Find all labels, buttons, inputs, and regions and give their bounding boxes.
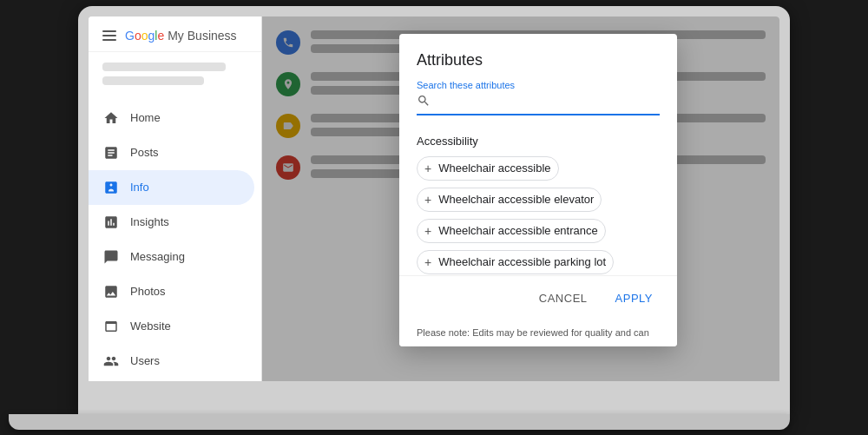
sidebar-item-posts[interactable]: Posts [89, 135, 254, 170]
sidebar-item-insights[interactable]: Insights [89, 205, 254, 240]
modal-title: Attributes [417, 51, 660, 69]
messaging-icon [102, 248, 120, 266]
modal-overlay: Attributes Search these attributes [262, 16, 779, 381]
search-input[interactable] [436, 95, 660, 109]
sidebar-item-messaging[interactable]: Messaging [89, 240, 254, 274]
search-field [417, 94, 660, 115]
attribute-wheelchair-elevator[interactable]: + Wheelchair accessible elevator [417, 188, 602, 212]
business-detail-placeholder [102, 76, 204, 85]
main-content: Attributes Search these attributes [262, 16, 779, 381]
laptop-bottom [9, 414, 790, 430]
insights-icon [102, 214, 120, 231]
sidebar-item-users[interactable]: Users [89, 344, 254, 379]
attribute-wheelchair-accessible[interactable]: + Wheelchair accessible [417, 156, 559, 181]
business-name-placeholder [102, 63, 226, 71]
modal-scrollable-content[interactable]: Accessibility + Wheelchair accessible + … [399, 122, 677, 275]
sidebar-item-home[interactable]: Home [89, 101, 254, 135]
cancel-button[interactable]: CANCEL [532, 287, 595, 310]
attribute-wheelchair-entrance[interactable]: + Wheelchair accessible entrance [417, 219, 606, 243]
google-logo: Google My Business [125, 29, 237, 43]
app-layout: Google My Business Home [89, 16, 779, 381]
sidebar-item-photos[interactable]: Photos [89, 274, 254, 309]
sidebar-header: Google My Business [89, 16, 261, 52]
laptop-frame: Google My Business Home [78, 6, 790, 414]
sidebar-item-website[interactable]: Website [89, 309, 254, 344]
users-icon [102, 353, 120, 370]
sidebar-item-create-ad[interactable]: Create an ad [89, 379, 254, 381]
laptop-screen: Google My Business Home [89, 16, 779, 381]
website-icon [102, 318, 120, 335]
apply-button[interactable]: APPLY [608, 287, 660, 310]
add-icon: + [424, 224, 431, 238]
photos-icon [102, 283, 120, 300]
add-icon: + [424, 193, 431, 207]
modal-footer: CANCEL APPLY [399, 275, 677, 320]
accessibility-section-title: Accessibility [417, 135, 660, 148]
add-icon: + [424, 161, 431, 175]
add-icon: + [424, 255, 431, 269]
attribute-wheelchair-parking[interactable]: + Wheelchair accessible parking lot [417, 250, 614, 274]
posts-icon [102, 144, 120, 161]
sidebar-navigation: Home Posts Info [89, 101, 261, 381]
search-icon [417, 94, 431, 110]
hamburger-menu-icon[interactable] [102, 30, 116, 41]
home-icon [102, 109, 120, 127]
attributes-modal: Attributes Search these attributes [399, 34, 677, 346]
sidebar-item-info[interactable]: Info [89, 170, 254, 205]
sidebar-business-info [89, 52, 261, 101]
search-label: Search these attributes [417, 80, 660, 90]
info-icon [102, 179, 120, 196]
modal-header: Attributes Search these attributes [399, 34, 677, 122]
sidebar: Google My Business Home [89, 16, 262, 381]
modal-note: Please note: Edits may be reviewed for q… [399, 320, 677, 346]
